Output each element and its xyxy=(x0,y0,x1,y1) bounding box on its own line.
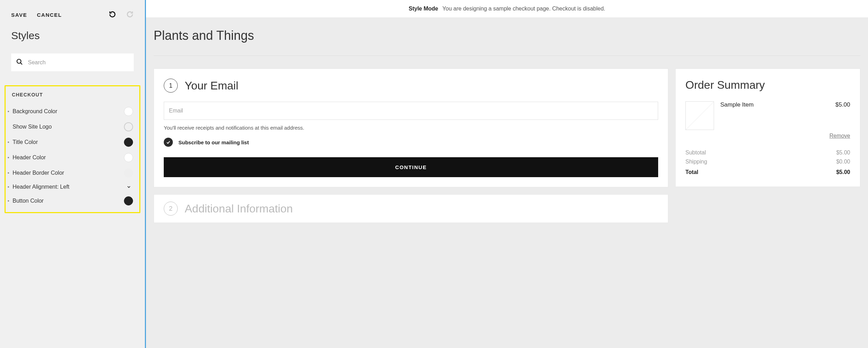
notice-strong: Style Mode xyxy=(409,6,438,12)
item-price: $5.00 xyxy=(835,101,850,130)
color-swatch-black[interactable] xyxy=(124,196,133,205)
row-label: Button Color xyxy=(13,198,44,204)
svg-point-0 xyxy=(17,59,21,64)
item-thumbnail-placeholder xyxy=(685,101,714,130)
total-label: Total xyxy=(685,169,698,175)
bullet-icon xyxy=(8,186,9,188)
row-label: Show Site Logo xyxy=(13,124,52,130)
row-show-site-logo[interactable]: Show Site Logo xyxy=(6,119,139,135)
row-background-color[interactable]: Background Color xyxy=(6,104,139,119)
styles-sidebar: SAVE CANCEL xyxy=(0,0,145,348)
subscribe-row[interactable]: Subscribe to our mailing list xyxy=(164,138,658,147)
cancel-button[interactable]: CANCEL xyxy=(37,12,62,18)
sidebar-title: Styles xyxy=(6,30,139,49)
site-title: Plants and Things xyxy=(154,28,860,56)
shipping-label: Shipping xyxy=(685,159,707,165)
bullet-icon xyxy=(8,172,9,174)
row-label: Background Color xyxy=(13,108,57,115)
color-swatch-black[interactable] xyxy=(124,138,133,147)
order-summary-title: Order Summary xyxy=(685,79,850,92)
summary-total: Total $5.00 xyxy=(685,168,850,177)
subtotal-value: $5.00 xyxy=(836,150,850,156)
summary-subtotal: Subtotal $5.00 xyxy=(685,148,850,157)
email-hint: You'll receive receipts and notification… xyxy=(164,125,658,131)
check-icon xyxy=(164,138,173,147)
panel-order-summary: Order Summary Sample Item $5.00 Remove S… xyxy=(675,68,860,187)
row-button-color[interactable]: Button Color xyxy=(6,193,139,209)
search-icon xyxy=(16,58,23,66)
row-label: Header Alignment: Left xyxy=(13,184,69,190)
sidebar-toolbar: SAVE CANCEL xyxy=(6,0,139,30)
row-label: Header Color xyxy=(13,154,46,161)
step-number-2: 2 xyxy=(164,202,178,216)
redo-button[interactable] xyxy=(126,10,134,19)
panel-additional-info: 2 Additional Information xyxy=(154,194,668,223)
search-box[interactable] xyxy=(11,53,134,71)
step-title-additional: Additional Information xyxy=(185,202,293,215)
style-mode-notice: Style Mode You are designing a sample ch… xyxy=(146,0,868,18)
redo-icon xyxy=(126,10,134,19)
continue-button[interactable]: CONTINUE xyxy=(164,157,658,177)
subtotal-label: Subtotal xyxy=(685,150,706,156)
bullet-icon xyxy=(8,200,9,202)
row-header-color[interactable]: Header Color xyxy=(6,150,139,165)
search-input[interactable] xyxy=(28,59,129,66)
bullet-icon xyxy=(8,142,9,143)
total-value: $5.00 xyxy=(836,169,850,175)
subscribe-label: Subscribe to our mailing list xyxy=(178,139,249,145)
toggle-off-icon[interactable] xyxy=(124,122,133,131)
row-header-alignment[interactable]: Header Alignment: Left xyxy=(6,181,139,193)
color-swatch-white[interactable] xyxy=(124,153,133,162)
row-header-border-color[interactable]: Header Border Color xyxy=(6,165,139,181)
item-name: Sample Item xyxy=(720,101,753,130)
color-swatch-white[interactable] xyxy=(124,107,133,116)
bullet-icon xyxy=(8,157,9,158)
email-input[interactable] xyxy=(164,102,658,120)
preview-pane: Style Mode You are designing a sample ch… xyxy=(145,0,868,348)
undo-icon xyxy=(109,10,116,19)
step-number-1: 1 xyxy=(164,79,178,93)
shipping-value: $0.00 xyxy=(836,159,850,165)
row-label: Header Border Color xyxy=(13,170,64,176)
checkout-section-highlight: CHECKOUT Background Color Show Site Logo xyxy=(5,85,140,213)
row-title-color[interactable]: Title Color xyxy=(6,135,139,150)
summary-item-row: Sample Item $5.00 xyxy=(685,101,850,130)
color-swatch-grey[interactable] xyxy=(124,168,133,177)
bullet-spacer xyxy=(8,126,9,128)
bullet-icon xyxy=(8,111,9,112)
chevron-down-icon xyxy=(125,184,133,189)
remove-item-link[interactable]: Remove xyxy=(685,133,850,139)
undo-button[interactable] xyxy=(109,10,116,19)
step-title-email: Your Email xyxy=(185,79,238,92)
summary-shipping: Shipping $0.00 xyxy=(685,157,850,166)
save-button[interactable]: SAVE xyxy=(11,12,27,18)
panel-your-email: 1 Your Email You'll receive receipts and… xyxy=(154,68,668,187)
svg-line-1 xyxy=(21,63,22,65)
notice-text: You are designing a sample checkout page… xyxy=(442,6,605,12)
section-header-checkout: CHECKOUT xyxy=(6,90,139,104)
row-label: Title Color xyxy=(13,139,38,145)
